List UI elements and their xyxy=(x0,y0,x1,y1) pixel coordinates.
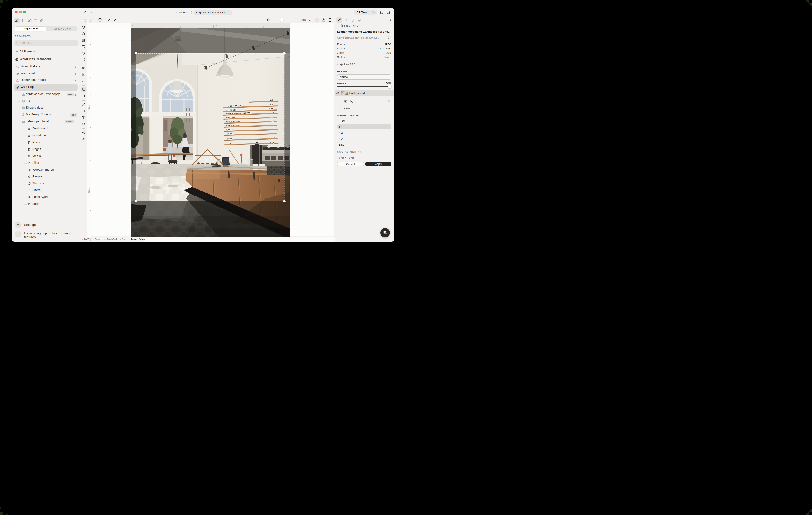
svg-text:W: W xyxy=(16,59,18,61)
svg-text:3.5: 3.5 xyxy=(270,120,274,122)
svg-text:ESPRESSO: ESPRESSO xyxy=(226,109,237,111)
svg-text:MOCHA: MOCHA xyxy=(227,133,234,135)
svg-text:A.Q.: A.Q. xyxy=(269,107,274,109)
svg-text:5: 5 xyxy=(273,131,274,133)
svg-text:A.Q.: A.Q. xyxy=(270,141,275,143)
svg-text:1000: 1000 xyxy=(214,24,219,27)
svg-text:0: 0 xyxy=(132,24,133,27)
svg-text:2.5: 2.5 xyxy=(270,104,273,106)
svg-text:2.5: 2.5 xyxy=(270,99,273,101)
svg-text:2000: 2000 xyxy=(88,188,90,193)
svg-text:CHAI: CHAI xyxy=(227,138,232,140)
svg-text:1000: 1000 xyxy=(88,105,90,110)
svg-text:TEA: TEA xyxy=(227,142,231,144)
svg-text:4: 4 xyxy=(273,136,275,138)
svg-text:MACCHIATO: MACCHIATO xyxy=(226,116,238,118)
svg-text:3.5: 3.5 xyxy=(270,116,274,118)
svg-text:LATTE: LATTE xyxy=(227,129,233,131)
svg-text:W: W xyxy=(23,121,24,123)
svg-text:3: 3 xyxy=(273,112,274,113)
svg-text:4: 4 xyxy=(273,127,274,129)
